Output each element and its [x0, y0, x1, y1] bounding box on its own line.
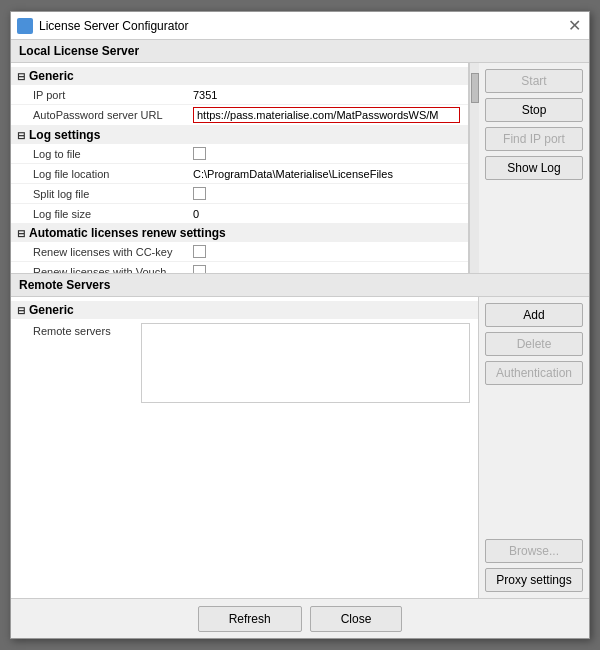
auto-password-row: AutoPassword server URL — [11, 105, 468, 126]
remote-section-header: Remote Servers — [11, 274, 589, 297]
renew-cc-label: Renew licenses with CC-key — [33, 246, 193, 258]
footer: Refresh Close — [11, 598, 589, 638]
log-to-file-checkbox[interactable] — [193, 147, 206, 160]
renew-vouch-label: Renew licenses with Vouch... — [33, 266, 193, 274]
refresh-button[interactable]: Refresh — [198, 606, 302, 632]
start-button[interactable]: Start — [485, 69, 583, 93]
remote-generic-group-label: Generic — [29, 303, 74, 317]
delete-button[interactable]: Delete — [485, 332, 583, 356]
log-file-size-label: Log file size — [33, 208, 193, 220]
auto-password-input[interactable] — [193, 107, 460, 123]
ip-port-value: 7351 — [193, 89, 460, 101]
ip-port-row: IP port 7351 — [11, 85, 468, 105]
split-log-label: Split log file — [33, 188, 193, 200]
renew-vouch-checkbox[interactable] — [193, 265, 206, 273]
scroll-thumb[interactable] — [471, 73, 479, 103]
renew-vouch-row: Renew licenses with Vouch... — [11, 262, 468, 273]
local-license-server-section: Local License Server ⊟ Generic IP port 7… — [11, 40, 589, 274]
close-dialog-button[interactable]: Close — [310, 606, 403, 632]
main-content: Local License Server ⊟ Generic IP port 7… — [11, 40, 589, 598]
authentication-button[interactable]: Authentication — [485, 361, 583, 385]
log-to-file-label: Log to file — [33, 148, 193, 160]
log-file-location-value: C:\ProgramData\Materialise\LicenseFiles — [193, 168, 460, 180]
remote-properties-pane: ⊟ Generic Remote servers — [11, 297, 479, 598]
log-file-location-label: Log file location — [33, 168, 193, 180]
browse-button[interactable]: Browse... — [485, 539, 583, 563]
generic-group-label: Generic — [29, 69, 74, 83]
log-file-location-row: Log file location C:\ProgramData\Materia… — [11, 164, 468, 184]
auto-password-label: AutoPassword server URL — [33, 109, 193, 121]
find-ip-button[interactable]: Find IP port — [485, 127, 583, 151]
close-button[interactable]: ✕ — [566, 18, 583, 34]
remote-servers-label: Remote servers — [33, 325, 133, 337]
log-file-size-row: Log file size 0 — [11, 204, 468, 224]
auto-renew-group-label: Automatic licenses renew settings — [29, 226, 226, 240]
ip-port-label: IP port — [33, 89, 193, 101]
remote-generic-group-header[interactable]: ⊟ Generic — [11, 301, 478, 319]
renew-cc-checkbox[interactable] — [193, 245, 206, 258]
log-settings-group-label: Log settings — [29, 128, 100, 142]
expand-icon-remote-generic: ⊟ — [17, 305, 25, 316]
add-button[interactable]: Add — [485, 303, 583, 327]
remote-table-area: Remote servers — [11, 319, 478, 407]
window-title: License Server Configurator — [39, 19, 188, 33]
log-to-file-row: Log to file — [11, 144, 468, 164]
expand-icon-generic: ⊟ — [17, 71, 25, 82]
proxy-settings-button[interactable]: Proxy settings — [485, 568, 583, 592]
remote-body: ⊟ Generic Remote servers Add Delete Auth… — [11, 297, 589, 598]
remote-buttons-pane: Add Delete Authentication Browse... Prox… — [479, 297, 589, 598]
log-settings-group-header[interactable]: ⊟ Log settings — [11, 126, 468, 144]
stop-button[interactable]: Stop — [485, 98, 583, 122]
main-window: License Server Configurator ✕ Local Lice… — [10, 11, 590, 639]
local-body: ⊟ Generic IP port 7351 AutoPassword serv… — [11, 63, 589, 273]
show-log-button[interactable]: Show Log — [485, 156, 583, 180]
title-bar-left: License Server Configurator — [17, 18, 188, 34]
local-section-header: Local License Server — [11, 40, 589, 63]
title-bar: License Server Configurator ✕ — [11, 12, 589, 40]
auto-renew-group-header[interactable]: ⊟ Automatic licenses renew settings — [11, 224, 468, 242]
split-log-row: Split log file — [11, 184, 468, 204]
local-buttons-pane: Start Stop Find IP port Show Log — [479, 63, 589, 273]
log-file-size-value: 0 — [193, 208, 460, 220]
renew-cc-row: Renew licenses with CC-key — [11, 242, 468, 262]
expand-icon-renew: ⊟ — [17, 228, 25, 239]
remote-servers-box[interactable] — [141, 323, 470, 403]
generic-group-header[interactable]: ⊟ Generic — [11, 67, 468, 85]
remote-servers-section: Remote Servers ⊟ Generic Remote servers — [11, 274, 589, 598]
split-log-checkbox[interactable] — [193, 187, 206, 200]
expand-icon-log: ⊟ — [17, 130, 25, 141]
local-scrollbar[interactable] — [469, 63, 479, 273]
app-icon — [17, 18, 33, 34]
local-properties-pane: ⊟ Generic IP port 7351 AutoPassword serv… — [11, 63, 469, 273]
